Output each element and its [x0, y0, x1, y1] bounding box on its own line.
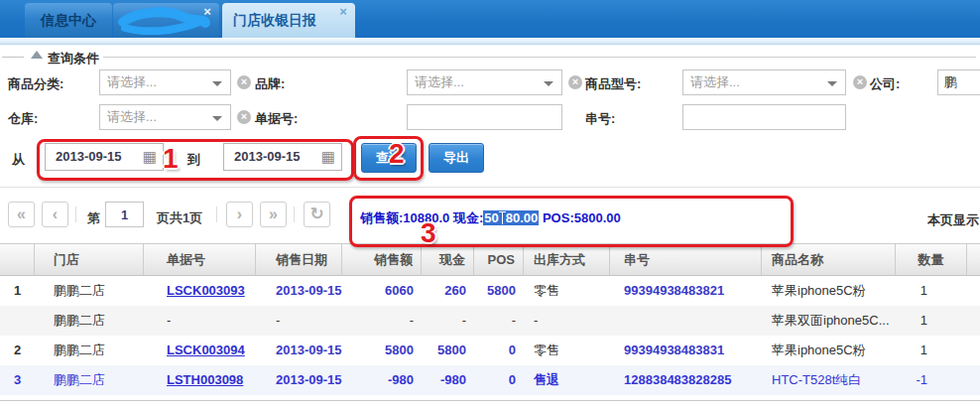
first-page-button[interactable]: « [8, 202, 35, 227]
to-date-value: 2013-09-15 [234, 149, 301, 164]
clear-icon[interactable] [237, 110, 251, 124]
outbound-method-cell: 零售 [524, 276, 610, 306]
serial-no-header[interactable]: 串号 [610, 244, 762, 275]
collapse-triangle-icon[interactable] [31, 51, 43, 59]
redaction-scribble [117, 7, 211, 35]
clear-icon[interactable] [853, 75, 867, 89]
pos-header[interactable]: POS [474, 244, 524, 275]
pos-total-value: 5800.00 [574, 210, 621, 225]
quantity-header[interactable]: 数量 [896, 244, 967, 275]
divider [216, 206, 217, 222]
results-grid: 门店 单据号 销售日期 销售额 现金 POS 出库方式 串号 商品名称 数量 1… [0, 243, 980, 401]
tab-bar-gradient-strip [0, 38, 980, 45]
cash-cell: 5800 [422, 336, 474, 365]
table-row[interactable]: 鹏鹏二店 - - - - - - 苹果双面iphone5C... 1 [0, 306, 980, 336]
last-page-button[interactable]: » [260, 202, 287, 227]
model-select[interactable]: 请选择... [682, 69, 846, 95]
export-button[interactable]: 导出 [429, 143, 484, 173]
calendar-icon[interactable]: ▦ [143, 149, 157, 165]
outbound-method-cell: 售退 [524, 365, 610, 395]
grid-header-row: 门店 单据号 销售日期 销售额 现金 POS 出库方式 串号 商品名称 数量 [0, 243, 980, 276]
divider [0, 187, 980, 188]
tab-store-cashier-daily-report[interactable]: 门店收银日报 × [222, 3, 355, 38]
product-name-cell: 苹果双面iphone5C... [762, 306, 896, 336]
row-filler [967, 365, 980, 395]
close-icon[interactable]: × [336, 5, 350, 19]
chevron-down-icon [212, 81, 222, 86]
sales-total-label: 销售额: [360, 210, 403, 225]
cash-cell: - [422, 306, 474, 336]
category-select[interactable]: 请选择... [99, 69, 231, 95]
tab-info-center[interactable]: 信息中心 [25, 3, 112, 38]
company-input[interactable] [937, 69, 980, 95]
table-row-selected[interactable]: 3 鹏鹏二店 LSTH003098 2013-09-15 -980 -980 0… [0, 365, 980, 395]
product-name-header[interactable]: 商品名称 [762, 244, 896, 275]
cash-value-pre: 50 [484, 210, 498, 225]
select-placeholder: 请选择... [107, 74, 157, 89]
fieldset-border [103, 57, 976, 58]
row-filler [967, 306, 980, 336]
quantity-cell: 1 [896, 336, 967, 365]
doc-no-label: 单据号: [255, 110, 298, 128]
sales-amount-header[interactable]: 销售额 [342, 244, 422, 275]
chevron-down-icon [544, 81, 553, 86]
sales-date-cell: 2013-09-15 [256, 365, 342, 395]
next-page-button[interactable]: › [226, 202, 253, 227]
from-label: 从 [12, 151, 25, 169]
cash-total-value-selected[interactable]: 5080.00 [483, 210, 539, 225]
to-date-input[interactable]: 2013-09-15 ▦ [223, 143, 342, 171]
product-name-cell: 苹果iphone5C粉 [762, 276, 896, 306]
brand-select[interactable]: 请选择... [407, 69, 562, 95]
total-pages-label: 页共1页 [157, 209, 202, 227]
sales-date-header[interactable]: 销售日期 [256, 244, 342, 275]
from-date-value: 2013-09-15 [56, 149, 122, 164]
search-button[interactable]: 查询 [361, 143, 417, 173]
tab-bar: 信息中心 × 门店收银日报 × [0, 0, 980, 38]
annotation-number-1: 1 [163, 145, 179, 173]
row-filler [967, 276, 980, 306]
serial-no-input[interactable] [682, 104, 846, 130]
store-header[interactable]: 门店 [35, 244, 144, 275]
sales-amount-cell: - [342, 306, 422, 336]
pos-cell: 0 [474, 365, 524, 395]
doc-no-header[interactable]: 单据号 [144, 244, 256, 275]
brand-label: 品牌: [255, 75, 285, 93]
serial-no-cell: 99394938483831 [610, 336, 762, 365]
pos-cell: 5800 [474, 276, 524, 306]
outbound-method-header[interactable]: 出库方式 [524, 244, 610, 275]
page-number-input[interactable] [105, 202, 144, 227]
serial-no-label: 串号: [585, 110, 615, 128]
pos-cell: - [474, 306, 524, 336]
doc-no-input[interactable] [407, 104, 562, 130]
sales-date-cell: 2013-09-15 [256, 276, 342, 306]
serial-no-cell [610, 306, 762, 336]
clear-icon[interactable] [568, 75, 582, 89]
category-label: 商品分类: [8, 75, 63, 93]
chevron-down-icon [827, 81, 837, 86]
page-note-clipped: 本页显示 [927, 211, 980, 229]
outbound-method-cell: - [524, 306, 610, 336]
clear-icon[interactable] [237, 75, 251, 89]
select-placeholder: 请选择... [107, 109, 157, 124]
report-page: 信息中心 × 门店收银日报 × 查询条件 商品分类: 请选择... 品牌: 请选… [0, 0, 980, 411]
doc-no-link[interactable]: LSTH003098 [167, 372, 243, 387]
table-row[interactable]: 1 鹏鹏二店 LSCK003093 2013-09-15 6060 260 58… [0, 276, 980, 306]
from-date-input[interactable]: 2013-09-15 ▦ [45, 143, 164, 171]
quantity-cell: 1 [896, 276, 967, 306]
warehouse-select[interactable]: 请选择... [99, 104, 231, 130]
doc-no-link[interactable]: LSCK003093 [167, 283, 245, 298]
product-name-cell: 苹果iphone5C粉 [762, 336, 896, 365]
table-row[interactable]: 2 鹏鹏二店 LSCK003094 2013-09-15 5800 5800 0… [0, 336, 980, 365]
prev-page-button[interactable]: ‹ [42, 202, 68, 227]
doc-no-link[interactable]: LSCK003094 [167, 342, 245, 357]
calendar-icon[interactable]: ▦ [321, 149, 335, 165]
tab-redacted[interactable]: × [113, 3, 219, 38]
select-placeholder: 请选择... [415, 74, 464, 89]
warehouse-label: 仓库: [8, 110, 38, 128]
model-label: 商品型号: [585, 75, 641, 93]
refresh-button[interactable]: ↻ [304, 202, 330, 227]
cash-header[interactable]: 现金 [422, 244, 474, 275]
close-icon[interactable]: × [200, 5, 214, 19]
store-cell: 鹏鹏二店 [35, 306, 144, 336]
summary-totals: 销售额:10880.0 现金:5080.00 POS:5800.00 [360, 209, 621, 227]
